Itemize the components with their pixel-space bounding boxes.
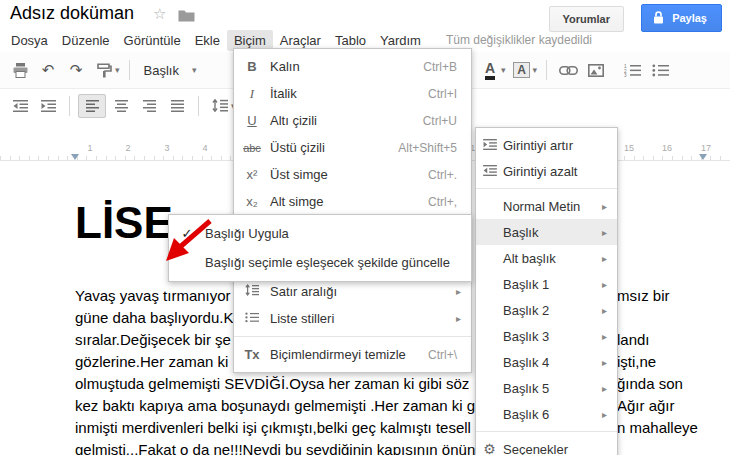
italic-icon: I <box>234 86 270 102</box>
menu-goruntule[interactable]: Görüntüle <box>117 30 188 51</box>
menu-item-increase-indent[interactable]: Girintiyi artır <box>476 132 617 158</box>
line-spacing-icon <box>234 284 270 299</box>
paint-format-icon[interactable] <box>91 58 117 82</box>
print-icon[interactable] <box>7 58 33 82</box>
subscript-icon: x₂ <box>234 194 270 209</box>
google-docs-window: Adsız doküman ☆ Yorumlar Paylaş Dosya Dü… <box>0 0 730 455</box>
paragraph-style-dropdown[interactable]: Başlık ▾ <box>137 61 206 80</box>
comments-button[interactable]: Yorumlar <box>549 6 624 32</box>
menu-item-italic[interactable]: I İtalik Ctrl+I <box>234 80 471 107</box>
align-justify-icon[interactable] <box>164 94 190 118</box>
share-button[interactable]: Paylaş <box>641 4 722 32</box>
menu-ekle[interactable]: Ekle <box>188 30 227 51</box>
toolbar-separator <box>546 60 547 80</box>
ruler-number: 3 <box>164 143 169 153</box>
superscript-icon: x² <box>234 167 270 182</box>
indent-increase-icon <box>476 137 503 153</box>
menu-duzenle[interactable]: Düzenle <box>55 30 117 51</box>
star-icon[interactable]: ☆ <box>153 5 166 23</box>
indent-decrease-icon <box>476 163 503 179</box>
submenu-arrow-icon: ▸ <box>602 357 617 368</box>
paragraph-styles-submenu: Girintiyi artır Girintiyi azalt Normal M… <box>475 127 618 455</box>
list-styles-icon <box>234 311 270 326</box>
lock-icon <box>653 11 664 24</box>
numbered-list-icon[interactable]: 123 <box>619 58 645 82</box>
menu-item-options[interactable]: ⚙ Seçenekler <box>476 436 617 455</box>
menu-dosya[interactable]: Dosya <box>4 30 55 51</box>
ruler-number: 17 <box>701 143 711 153</box>
ruler-number: 1 <box>87 143 92 153</box>
menu-item-superscript[interactable]: x² Üst simge Ctrl+. <box>234 161 471 188</box>
insert-link-icon[interactable] <box>555 58 581 82</box>
align-center-icon[interactable] <box>108 94 134 118</box>
submenu-arrow-icon: ▸ <box>602 305 617 316</box>
menu-item-heading-2[interactable]: Başlık 2 ▸ <box>476 297 617 323</box>
save-status: Tüm değişiklikler kaydedildi <box>446 33 592 47</box>
highlight-color-icon[interactable]: A <box>509 58 535 82</box>
menu-item-update-title[interactable]: Başlığı seçimle eşleşecek şekilde güncel… <box>169 248 471 277</box>
submenu-arrow-icon: ▸ <box>602 409 617 420</box>
menubar: Dosya Düzenle Görüntüle Ekle Biçim Araçl… <box>4 30 730 50</box>
paragraph-style-value: Başlık <box>144 63 179 78</box>
align-left-icon[interactable] <box>78 94 106 118</box>
menu-item-bold[interactable]: B Kalın Ctrl+B <box>234 53 471 80</box>
submenu-arrow-icon: ▸ <box>602 331 617 342</box>
submenu-arrow-icon: ▸ <box>602 227 617 238</box>
toolbar-separator <box>198 96 199 116</box>
menu-item-title[interactable]: Başlık ▸ <box>476 219 617 245</box>
submenu-arrow-icon: ▸ <box>602 383 617 394</box>
undo-icon[interactable]: ↶ <box>35 58 61 82</box>
menu-item-list-styles[interactable]: Liste stilleri ▸ <box>234 305 471 332</box>
chevron-down-icon[interactable]: ▾ <box>115 65 120 75</box>
bulleted-list-icon[interactable] <box>647 58 673 82</box>
menu-item-heading-4[interactable]: Başlık 4 ▸ <box>476 349 617 375</box>
text-color-icon[interactable]: A <box>477 58 503 82</box>
menu-item-heading-1[interactable]: Başlık 1 ▸ <box>476 271 617 297</box>
menu-item-subtitle[interactable]: Alt başlık ▸ <box>476 245 617 271</box>
indent-increase-icon[interactable] <box>35 94 61 118</box>
menu-separator <box>476 431 617 432</box>
menu-item-strikethrough[interactable]: abc Üstü çizili Alt+Shift+5 <box>234 134 471 161</box>
folder-icon[interactable] <box>178 8 195 26</box>
chevron-down-icon[interactable]: ▾ <box>533 65 538 75</box>
menu-item-line-spacing[interactable]: Satır aralığı ▸ <box>234 278 471 305</box>
apply-title-label: Başlığı Uygula <box>205 226 289 241</box>
redo-icon[interactable]: ↷ <box>63 58 89 82</box>
clear-formatting-icon: Tx <box>234 347 270 362</box>
menu-item-subscript[interactable]: x₂ Alt simge Ctrl+, <box>234 188 471 215</box>
document-title[interactable]: Adsız doküman <box>10 3 134 24</box>
check-icon: ✓ <box>169 226 205 241</box>
format-menu: B Kalın Ctrl+B I İtalik Ctrl+I U Altı çi… <box>233 48 472 373</box>
submenu-arrow-icon: ▸ <box>456 313 471 324</box>
submenu-arrow-icon: ▸ <box>602 253 617 264</box>
underline-icon: U <box>234 113 270 128</box>
toolbar-separator <box>129 60 130 80</box>
menu-item-underline[interactable]: U Altı çizili Ctrl+U <box>234 107 471 134</box>
menu-item-apply-title[interactable]: ✓ Başlığı Uygula <box>169 219 471 248</box>
ruler-number: 15 <box>624 143 634 153</box>
bold-icon: B <box>234 59 270 74</box>
align-right-icon[interactable] <box>136 94 162 118</box>
menu-item-normal-text[interactable]: Normal Metin ▸ <box>476 193 617 219</box>
menu-separator <box>476 188 617 189</box>
share-button-label: Paylaş <box>672 12 707 24</box>
menu-separator <box>234 336 471 337</box>
insert-image-icon[interactable] <box>583 58 609 82</box>
chevron-down-icon: ▾ <box>192 65 197 75</box>
toolbar-separator <box>69 96 70 116</box>
menu-item-clear-formatting[interactable]: Tx Biçimlendirmeyi temizle Ctrl+\ <box>234 341 471 368</box>
submenu-arrow-icon: ▸ <box>602 201 617 212</box>
line-spacing-icon[interactable] <box>207 94 233 118</box>
menu-item-heading-6[interactable]: Başlık 6 ▸ <box>476 401 617 427</box>
menu-item-decrease-indent[interactable]: Girintiyi azalt <box>476 158 617 184</box>
chevron-down-icon[interactable]: ▾ <box>501 65 506 75</box>
menu-item-heading-3[interactable]: Başlık 3 ▸ <box>476 323 617 349</box>
menu-item-heading-5[interactable]: Başlık 5 ▸ <box>476 375 617 401</box>
indent-marker-left[interactable] <box>71 154 79 160</box>
submenu-arrow-icon: ▸ <box>602 279 617 290</box>
ruler-number: 2 <box>125 143 130 153</box>
ruler-number: 16 <box>662 143 672 153</box>
indent-decrease-icon[interactable] <box>7 94 33 118</box>
document-heading[interactable]: LİSE <box>75 198 173 248</box>
indent-marker-right[interactable] <box>699 154 707 160</box>
